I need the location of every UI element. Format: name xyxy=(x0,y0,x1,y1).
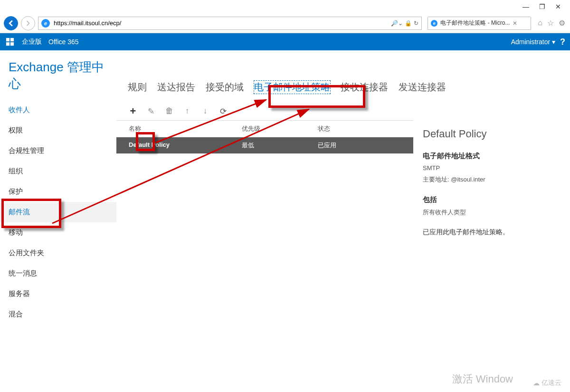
settings-icon[interactable]: ⚙ xyxy=(559,19,565,28)
cell-priority: 最低 xyxy=(242,141,318,150)
cell-status: 已应用 xyxy=(318,141,402,150)
tab-strip: e 电子邮件地址策略 - Micro... ✕ xyxy=(428,17,531,30)
tab-send-connectors[interactable]: 发送连接器 xyxy=(399,81,446,94)
svg-rect-3 xyxy=(10,42,14,46)
search-dropdown-icon[interactable]: 🔎⌄ xyxy=(391,20,403,27)
detail-include: 所有收件人类型 xyxy=(423,208,560,217)
detail-primary: 主要地址: @itsoul.inter xyxy=(423,175,560,184)
browser-toolbar: e 🔎⌄ 🔒 ↻ e 电子邮件地址策略 - Micro... ✕ ⌂ ☆ ⚙ xyxy=(0,13,570,33)
main-area: Exchange 管理中心 收件人 权限 合规性管理 组织 保护 邮件流 移动 … xyxy=(0,50,570,392)
tab-close-button[interactable]: ✕ xyxy=(513,20,517,27)
toolbar: + ✎ 🗑 ↑ ↓ ⟳ xyxy=(116,106,570,120)
home-icon[interactable]: ⌂ xyxy=(538,19,542,28)
cell-name: Default Policy xyxy=(128,141,242,150)
sidebar-item-public-folders[interactable]: 公用文件夹 xyxy=(0,243,116,263)
column-priority[interactable]: 优先级 xyxy=(242,124,318,133)
favorites-icon[interactable]: ☆ xyxy=(547,19,554,28)
sidebar-item-compliance[interactable]: 合规性管理 xyxy=(0,141,116,161)
svg-rect-1 xyxy=(10,38,14,41)
tab-accepted-domains[interactable]: 接受的域 xyxy=(206,81,244,94)
sidebar-item-mobile[interactable]: 移动 xyxy=(0,222,116,243)
column-name[interactable]: 名称 xyxy=(128,124,242,133)
table-header: 名称 优先级 状态 xyxy=(116,120,413,137)
tab-title: 电子邮件地址策略 - Micro... xyxy=(440,19,510,27)
svg-rect-0 xyxy=(6,38,10,41)
watermark-cloud-icon: ☁ xyxy=(533,379,540,387)
column-status[interactable]: 状态 xyxy=(318,124,402,133)
table-area: 名称 优先级 状态 Default Policy 最低 已应用 Default … xyxy=(116,120,570,248)
browser-tab[interactable]: e 电子邮件地址策略 - Micro... ✕ xyxy=(428,17,531,30)
os-title-bar: — ❐ ✕ xyxy=(0,0,570,13)
lock-icon: 🔒 xyxy=(405,20,412,27)
content-tabs: 规则 送达报告 接受的域 电子邮件地址策略 接收连接器 发送连接器 xyxy=(116,81,570,106)
address-bar[interactable]: e 🔎⌄ 🔒 ↻ xyxy=(38,17,422,30)
add-button[interactable]: + xyxy=(128,106,138,116)
sidebar: Exchange 管理中心 收件人 权限 合规性管理 组织 保护 邮件流 移动 … xyxy=(0,50,116,392)
detail-include-header: 包括 xyxy=(423,195,560,204)
window-close-button[interactable]: ✕ xyxy=(550,2,566,11)
window-minimize-button[interactable]: — xyxy=(518,2,534,11)
detail-panel: Default Policy 电子邮件地址格式 SMTP 主要地址: @itso… xyxy=(413,120,570,248)
product-label[interactable]: Office 365 xyxy=(48,38,79,46)
delete-button[interactable]: 🗑 xyxy=(164,106,174,116)
user-menu[interactable]: Administrator ▾ xyxy=(511,38,555,46)
svg-rect-2 xyxy=(6,42,10,46)
activate-windows-label: 激活 Window xyxy=(452,372,513,386)
sidebar-item-mailflow[interactable]: 邮件流 xyxy=(0,202,116,222)
detail-applied: 已应用此电子邮件地址策略。 xyxy=(423,228,560,237)
caret-down-icon: ▾ xyxy=(552,38,555,46)
tab-favicon-icon: e xyxy=(431,20,437,27)
sidebar-item-organization[interactable]: 组织 xyxy=(0,161,116,182)
sidebar-item-unified-messaging[interactable]: 统一消息 xyxy=(0,263,116,284)
help-button[interactable]: ? xyxy=(560,37,565,47)
page-title: Exchange 管理中心 xyxy=(0,59,116,100)
move-down-button[interactable]: ↓ xyxy=(200,106,210,116)
sidebar-item-protection[interactable]: 保护 xyxy=(0,182,116,202)
watermark: ☁ 亿速云 xyxy=(533,379,561,387)
sidebar-item-hybrid[interactable]: 混合 xyxy=(0,304,116,325)
back-button[interactable] xyxy=(4,16,18,30)
forward-button[interactable] xyxy=(21,16,35,30)
tab-email-address-policies[interactable]: 电子邮件地址策略 xyxy=(254,81,330,94)
detail-smtp: SMTP xyxy=(423,164,560,172)
window-maximize-button[interactable]: ❐ xyxy=(534,2,550,11)
sidebar-item-servers[interactable]: 服务器 xyxy=(0,284,116,304)
move-up-button[interactable]: ↑ xyxy=(182,106,192,116)
refresh-button[interactable]: ⟳ xyxy=(218,106,228,116)
tab-delivery-reports[interactable]: 送达报告 xyxy=(157,81,195,94)
edition-label[interactable]: 企业版 xyxy=(22,38,42,46)
tab-rules[interactable]: 规则 xyxy=(128,81,147,94)
table-row[interactable]: Default Policy 最低 已应用 xyxy=(116,137,413,153)
sidebar-item-permissions[interactable]: 权限 xyxy=(0,120,116,141)
tab-receive-connectors[interactable]: 接收连接器 xyxy=(341,81,388,94)
url-input[interactable] xyxy=(53,19,386,27)
refresh-icon[interactable]: ↻ xyxy=(414,20,418,27)
detail-format-header: 电子邮件地址格式 xyxy=(423,152,560,161)
o365-top-bar: 企业版 Office 365 Administrator ▾ ? xyxy=(0,33,570,50)
edit-button[interactable]: ✎ xyxy=(146,106,156,116)
detail-title: Default Policy xyxy=(423,128,560,140)
content-area: 规则 送达报告 接受的域 电子邮件地址策略 接收连接器 发送连接器 + ✎ 🗑 … xyxy=(116,50,570,392)
sidebar-item-recipients[interactable]: 收件人 xyxy=(0,100,116,120)
office-logo-icon[interactable] xyxy=(5,37,15,47)
ie-logo-icon: e xyxy=(41,19,50,28)
